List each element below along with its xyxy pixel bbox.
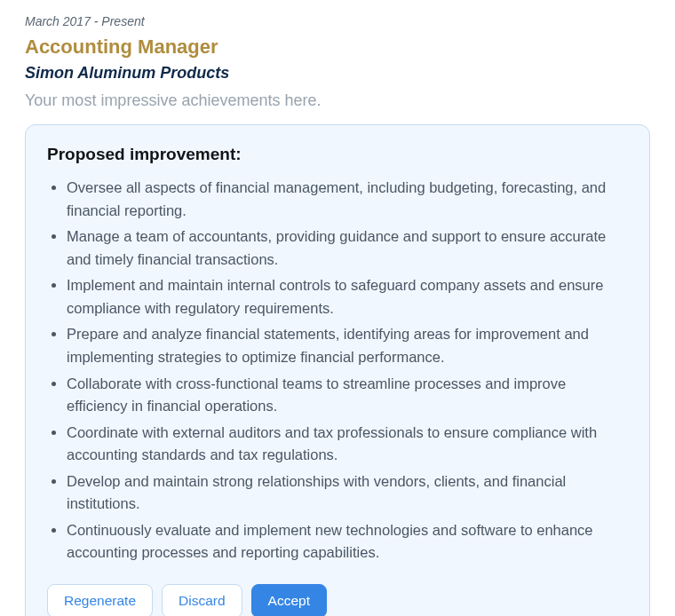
list-item: Prepare and analyze financial statements…: [67, 323, 628, 368]
job-title: Accounting Manager: [25, 36, 650, 59]
improvement-list: Oversee all aspects of financial managem…: [47, 177, 628, 565]
list-item: Implement and maintain internal controls…: [67, 274, 628, 320]
list-item: Continuously evaluate and implement new …: [67, 519, 628, 565]
button-row: Regenerate Discard Accept: [47, 584, 628, 616]
discard-button[interactable]: Discard: [162, 584, 242, 616]
achievements-placeholder: Your most impressive achievements here.: [25, 91, 650, 110]
improvement-panel: Proposed improvement: Oversee all aspect…: [25, 124, 650, 616]
list-item: Manage a team of accountants, providing …: [67, 225, 628, 271]
regenerate-button[interactable]: Regenerate: [47, 584, 153, 616]
list-item: Develop and maintain strong relationship…: [67, 470, 628, 516]
company-name: Simon Aluminum Products: [25, 64, 650, 83]
list-item: Collaborate with cross-functional teams …: [67, 373, 628, 418]
date-range: March 2017 - Present: [25, 14, 650, 28]
list-item: Oversee all aspects of financial managem…: [67, 177, 628, 222]
accept-button[interactable]: Accept: [251, 584, 327, 616]
improvement-heading: Proposed improvement:: [47, 145, 628, 164]
list-item: Coordinate with external auditors and ta…: [67, 422, 628, 467]
